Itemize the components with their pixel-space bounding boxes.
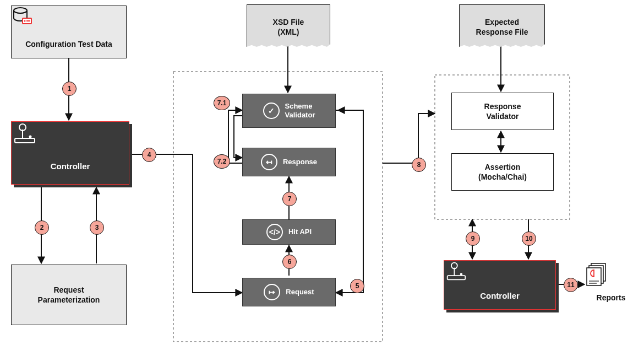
response-box: ↤ Response	[242, 148, 336, 176]
xsd-file-box: XSD File (XML)	[247, 4, 330, 50]
step-9-label: 9	[471, 235, 475, 242]
assert-l2: (Mocha/Chai)	[478, 172, 527, 182]
step-7-1-label: 7.1	[217, 99, 227, 107]
reqparam-l2: Parameterization	[38, 295, 100, 305]
step-5-label: 5	[356, 282, 359, 290]
arrow-out-right-icon: ↦	[264, 284, 280, 300]
step-7-2-label: 7.2	[217, 158, 227, 165]
controller-box-1: Controller	[11, 121, 129, 185]
scheme-validator-box: ✓ Scheme Validator	[242, 94, 336, 128]
assertion-box: Assertion (Mocha/Chai)	[451, 153, 554, 191]
step-badge-9: 9	[466, 231, 480, 246]
controller-1-label: Controller	[51, 161, 90, 172]
config-test-data-box: Configuration Test Data	[11, 6, 127, 58]
step-badge-2: 2	[35, 220, 49, 235]
step-badge-7: 7	[282, 192, 297, 206]
reports-box: Reports	[586, 262, 636, 308]
check-circle-icon: ✓	[263, 103, 280, 119]
reports-label: Reports	[597, 293, 626, 303]
controller-box-2: Controller	[444, 260, 556, 310]
code-icon: </>	[266, 224, 283, 240]
step-3-label: 3	[95, 224, 99, 231]
step-4-label: 4	[148, 151, 151, 159]
assert-l1: Assertion	[485, 162, 521, 172]
request-parameterization-box: Request Parameterization	[11, 265, 127, 325]
expected-l2: Response File	[476, 27, 528, 37]
scheme-l2: Validator	[285, 111, 315, 120]
svg-point-21	[29, 136, 32, 138]
step-badge-6: 6	[282, 255, 297, 269]
arrow-in-left-icon: ↤	[261, 154, 277, 170]
step-badge-11: 11	[564, 278, 578, 292]
svg-point-14	[14, 8, 27, 13]
expected-l1: Expected	[485, 17, 519, 27]
response-validator-box: Response Validator	[451, 93, 554, 130]
step-11-label: 11	[567, 281, 574, 289]
step-badge-4: 4	[142, 148, 156, 162]
controller-2-label: Controller	[480, 290, 520, 301]
step-badge-8: 8	[412, 158, 426, 172]
step-badge-10: 10	[522, 231, 536, 246]
step-6-label: 6	[288, 258, 292, 266]
xsd-l1: XSD File	[273, 17, 304, 27]
step-badge-5: 5	[350, 279, 364, 293]
response-label: Response	[283, 158, 317, 166]
step-8-label: 8	[417, 161, 421, 169]
respval-l1: Response	[484, 101, 521, 111]
svg-point-25	[460, 273, 463, 276]
step-7-label: 7	[288, 195, 292, 203]
step-badge-1: 1	[62, 82, 77, 96]
step-badge-7-1: 7.1	[214, 96, 230, 110]
svg-rect-18	[15, 138, 35, 143]
step-10-label: 10	[525, 235, 532, 242]
request-label: Request	[286, 288, 314, 297]
request-box: ↦ Request	[242, 278, 336, 306]
step-badge-3: 3	[90, 220, 104, 235]
svg-rect-22	[447, 276, 466, 279]
respval-l2: Validator	[486, 111, 519, 121]
hit-api-label: Hit API	[288, 228, 312, 236]
svg-point-16	[24, 20, 26, 22]
config-test-data-label: Configuration Test Data	[25, 39, 112, 49]
hit-api-box: </> Hit API	[242, 219, 336, 245]
step-badge-7-2: 7.2	[214, 154, 230, 169]
reqparam-l1: Request	[53, 285, 84, 295]
step-2-label: 2	[40, 224, 44, 231]
step-1-label: 1	[68, 85, 72, 93]
expected-response-file-box: Expected Response File	[459, 4, 545, 50]
xsd-l2: (XML)	[278, 27, 299, 37]
scheme-l1: Scheme	[285, 102, 313, 111]
